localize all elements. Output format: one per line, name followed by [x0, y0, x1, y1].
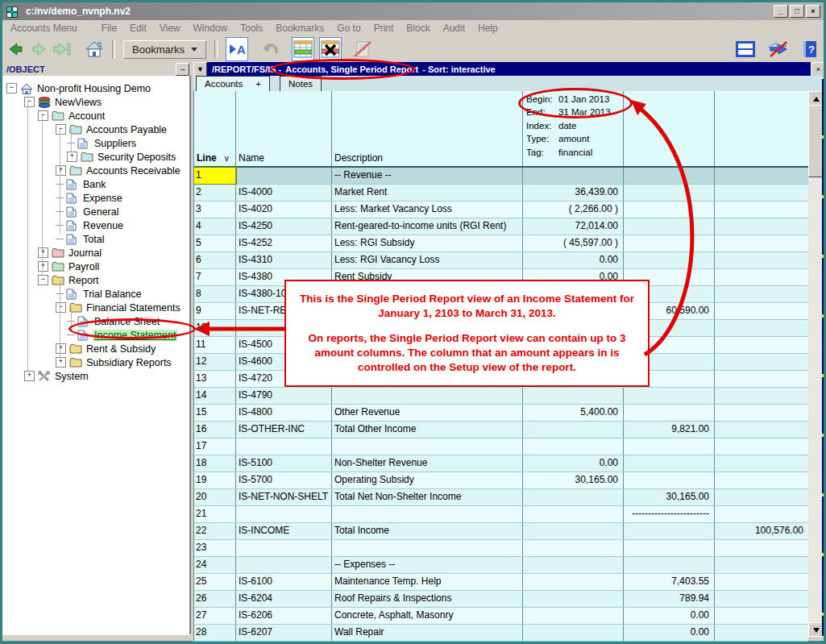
line-cell[interactable]: 16 [194, 422, 236, 438]
amount1-cell[interactable] [523, 557, 624, 573]
amount2-cell[interactable] [624, 438, 715, 455]
tree-node-label[interactable]: Income Statement [93, 330, 177, 341]
amount1-cell[interactable] [523, 489, 624, 505]
description-cell[interactable] [332, 540, 523, 556]
amount2-cell[interactable] [624, 218, 715, 235]
description-cell[interactable]: Total Income [332, 523, 523, 539]
menu-item-block[interactable]: Block [400, 21, 436, 35]
line-cell[interactable]: 22 [194, 523, 236, 539]
col-header-amount3[interactable] [715, 91, 808, 166]
amount1-cell[interactable] [523, 388, 624, 404]
tree-node-label[interactable]: General [81, 206, 120, 218]
amount2-cell[interactable] [624, 235, 715, 251]
help-icon[interactable]: ? [801, 39, 819, 60]
amount3-cell[interactable] [715, 235, 808, 251]
menu-item-print[interactable]: Print [367, 21, 401, 35]
name-cell[interactable]: IS-INCOME [236, 523, 332, 539]
menu-item-edit[interactable]: Edit [123, 21, 153, 35]
name-cell[interactable]: IS-4790 [236, 388, 332, 404]
amount2-cell[interactable] [624, 557, 715, 573]
tab-notes[interactable]: Notes [280, 76, 322, 91]
table-highlight-icon[interactable] [292, 37, 314, 61]
amount3-cell[interactable] [715, 185, 808, 201]
tab-accounts[interactable]: Accounts + [196, 76, 270, 91]
amount2-cell[interactable]: 9,821.00 [624, 422, 715, 438]
amount2-cell[interactable] [624, 472, 715, 488]
name-cell[interactable]: IS-4310 [236, 252, 332, 268]
menu-item-tools[interactable]: Tools [234, 21, 269, 35]
amount3-cell[interactable] [715, 388, 808, 404]
amount1-cell[interactable]: 0.00 [523, 455, 624, 472]
amount2-cell[interactable]: 0.00 [624, 608, 715, 624]
line-cell[interactable]: 19 [194, 472, 236, 488]
amount1-cell[interactable]: ( 45,597.00 ) [523, 235, 624, 251]
amount1-cell[interactable] [523, 506, 624, 522]
amount3-cell[interactable] [715, 218, 808, 235]
amount2-cell[interactable] [624, 202, 715, 218]
tree-expand-toggle[interactable]: − [38, 110, 48, 121]
tree-expand-toggle[interactable]: + [56, 343, 66, 354]
menu-item-accounts-menu[interactable]: Accounts Menu [4, 21, 84, 35]
description-cell[interactable]: Concrete, Asphalt, Masonry [332, 608, 523, 624]
vertical-scrollbar[interactable] [808, 91, 822, 636]
tree-node-label[interactable]: Journal [67, 247, 103, 259]
description-cell[interactable]: -- Revenue -- [332, 168, 523, 184]
col-header-amount2[interactable] [624, 91, 715, 166]
undo-icon[interactable] [261, 39, 280, 60]
tree-node-label[interactable]: Suppliers [93, 138, 138, 149]
tree-expand-toggle[interactable]: − [24, 97, 35, 107]
description-cell[interactable]: Total Net Non-Shelter Income [332, 489, 523, 505]
tree-node-label[interactable]: Bank [81, 179, 108, 190]
tree-expand-toggle[interactable]: − [56, 302, 66, 313]
tree-node-label[interactable]: Total [81, 234, 106, 245]
amount2-cell[interactable] [624, 540, 715, 556]
amount3-cell[interactable] [715, 168, 808, 184]
amount3-cell[interactable] [715, 337, 808, 353]
name-cell[interactable]: IS-NET-NON-SHELT [236, 489, 332, 505]
amount3-cell[interactable] [715, 455, 808, 472]
description-cell[interactable]: Other Revenue [332, 405, 523, 421]
line-cell[interactable]: 28 [194, 625, 236, 641]
amount2-cell[interactable]: ------------------------ [624, 506, 715, 522]
tree-node-label[interactable]: Account [67, 110, 106, 122]
description-cell[interactable] [332, 388, 523, 404]
amount1-cell[interactable] [523, 540, 624, 556]
amount3-cell[interactable] [715, 625, 808, 641]
name-cell[interactable]: IS-5100 [236, 455, 332, 472]
amount3-cell[interactable] [715, 608, 808, 624]
amount3-cell[interactable] [715, 286, 808, 302]
col-header-line[interactable]: Linev [194, 91, 236, 166]
amount2-cell[interactable] [624, 185, 715, 201]
description-cell[interactable]: Less: RGI Vacancy Loss [332, 252, 523, 268]
amount1-cell[interactable] [523, 523, 624, 539]
amount2-cell[interactable] [624, 405, 715, 421]
amount1-cell[interactable] [523, 574, 624, 590]
amount2-cell[interactable]: 789.94 [624, 591, 715, 607]
name-cell[interactable]: IS-4020 [236, 202, 332, 218]
description-cell[interactable]: Less: RGI Subsidy [332, 235, 523, 251]
col-header-amount1[interactable]: Begin:01 Jan 2013End:31 Mar 2013Index:da… [523, 91, 624, 166]
description-cell[interactable]: Non-Shelter Revenue [332, 455, 523, 472]
amount3-cell[interactable] [715, 354, 808, 370]
tree-node-label[interactable]: Balance Sheet [93, 316, 161, 327]
line-cell[interactable]: 4 [194, 218, 236, 235]
description-cell[interactable]: -- Expenses -- [332, 557, 523, 573]
arrow-right-icon[interactable]: → [176, 63, 189, 76]
tree-node-label[interactable]: System [53, 371, 90, 382]
col-header-description[interactable]: Description [332, 91, 523, 166]
name-cell[interactable] [236, 438, 332, 455]
line-cell[interactable]: 12 [194, 354, 236, 370]
amount3-cell[interactable] [715, 574, 808, 590]
amount3-cell[interactable] [715, 303, 808, 319]
amount3-cell[interactable] [715, 422, 808, 438]
menu-item-file[interactable]: File [95, 21, 123, 35]
sync-disabled-icon[interactable] [767, 39, 790, 60]
tree-expand-toggle[interactable]: + [38, 247, 48, 258]
description-cell[interactable]: Less: Market Vacancy Loss [332, 202, 523, 218]
name-cell[interactable]: IS-4252 [236, 235, 332, 251]
line-cell[interactable]: 8 [194, 286, 236, 302]
line-cell[interactable]: 3 [194, 202, 236, 218]
tree-expand-toggle[interactable]: − [38, 275, 48, 285]
forward-end-icon[interactable] [52, 39, 72, 60]
name-cell[interactable]: IS-4800 [236, 405, 332, 421]
